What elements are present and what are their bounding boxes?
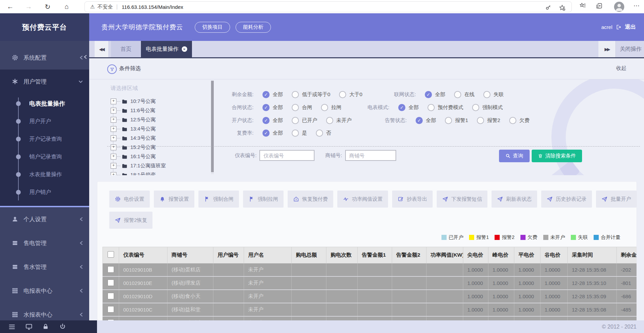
tab-close-icon[interactable]: ✕ bbox=[182, 46, 187, 52]
action-button[interactable]: 强制合闸 bbox=[198, 191, 239, 208]
action-button[interactable]: 报警2恢复 bbox=[109, 212, 152, 229]
radio-checked-icon[interactable]: ✓ bbox=[262, 130, 270, 137]
action-button[interactable]: 刷新表状态 bbox=[492, 191, 537, 208]
radio-option[interactable]: ✓全部 bbox=[262, 130, 283, 137]
radio-unchecked-icon[interactable] bbox=[428, 104, 435, 111]
sidebar-subitem[interactable]: 水表批量操作 bbox=[0, 166, 89, 183]
add-favorite-star-icon[interactable] bbox=[558, 3, 566, 12]
row-checkbox[interactable] bbox=[108, 293, 114, 299]
radio-unchecked-icon[interactable] bbox=[292, 104, 299, 111]
radio-unchecked-icon[interactable] bbox=[292, 117, 299, 124]
sidebar-item-5[interactable]: 电报表中心 bbox=[0, 279, 89, 303]
favorites-bar-icon[interactable] bbox=[579, 2, 587, 10]
sidebar-subitem[interactable]: 电表批量操作 bbox=[0, 95, 89, 112]
action-button[interactable]: 下发报警短信 bbox=[437, 191, 487, 208]
browser-refresh-icon[interactable]: ↻ bbox=[42, 0, 54, 13]
lock-icon[interactable] bbox=[42, 323, 50, 331]
collections-icon[interactable] bbox=[595, 2, 603, 10]
tabs-scroll-left-icon[interactable]: ◀◀ bbox=[95, 41, 108, 57]
radio-checked-icon[interactable]: ✓ bbox=[262, 104, 270, 111]
radio-checked-icon[interactable]: ✓ bbox=[425, 91, 432, 98]
radio-option[interactable]: 拉闸 bbox=[321, 104, 341, 111]
radio-unchecked-icon[interactable] bbox=[445, 117, 452, 124]
radio-unchecked-icon[interactable] bbox=[292, 130, 299, 137]
select-all-checkbox[interactable] bbox=[108, 251, 114, 258]
browser-forward-icon[interactable]: → bbox=[22, 0, 35, 13]
radio-unchecked-icon[interactable] bbox=[454, 91, 461, 98]
action-button[interactable]: 恢复预付费 bbox=[288, 191, 333, 208]
shop-no-input[interactable] bbox=[345, 150, 396, 161]
sidebar-item-0[interactable]: 系统配置 bbox=[0, 46, 89, 70]
tabs-scroll-right-icon[interactable]: ▶▶ bbox=[598, 41, 616, 57]
radio-option[interactable]: 低于或等于0 bbox=[292, 91, 330, 98]
meter-no-input[interactable] bbox=[259, 150, 315, 161]
action-button[interactable]: 功率阀值设置 bbox=[337, 191, 388, 208]
radio-option[interactable]: 是 bbox=[292, 130, 307, 137]
sidebar-subitem[interactable]: 用户销户 bbox=[0, 183, 89, 201]
action-button[interactable]: 抄表导出 bbox=[392, 191, 433, 208]
sidebar-item-3[interactable]: 售电管理 bbox=[0, 231, 89, 255]
action-button[interactable]: 强制拉闸 bbox=[243, 191, 284, 208]
row-checkbox[interactable] bbox=[108, 266, 114, 273]
radio-option[interactable]: 报警1 bbox=[445, 117, 468, 124]
radio-unchecked-icon[interactable] bbox=[509, 117, 516, 124]
radio-unchecked-icon[interactable] bbox=[321, 104, 328, 111]
row-checkbox[interactable] bbox=[108, 306, 114, 313]
tab-meter-batch[interactable]: 电表批量操作 ✕ bbox=[141, 41, 192, 57]
logout-button[interactable]: 退出 bbox=[625, 24, 636, 31]
sidebar-item-2[interactable]: 个人设置 bbox=[0, 207, 89, 231]
radio-checked-icon[interactable]: ✓ bbox=[262, 117, 270, 124]
sidebar-subitem[interactable]: 开户记录查询 bbox=[0, 130, 89, 148]
tree-node[interactable]: +18:1号箱变 bbox=[107, 170, 209, 175]
query-button[interactable]: 查询 bbox=[499, 150, 530, 162]
radio-unchecked-icon[interactable] bbox=[472, 104, 479, 111]
radio-option[interactable]: 强制模式 bbox=[472, 104, 503, 111]
radio-option[interactable]: 欠费 bbox=[509, 117, 530, 124]
radio-unchecked-icon[interactable] bbox=[477, 117, 484, 124]
radio-checked-icon[interactable]: ✓ bbox=[416, 117, 423, 124]
energy-analysis-button[interactable]: 能耗分析 bbox=[236, 22, 271, 33]
clear-search-button[interactable]: 清除搜索条件 bbox=[532, 150, 582, 162]
radio-option[interactable]: 合闸 bbox=[292, 104, 312, 111]
browser-back-icon[interactable]: ← bbox=[4, 0, 16, 13]
expand-plus-icon[interactable]: + bbox=[111, 172, 116, 175]
action-button[interactable]: 报警设置 bbox=[154, 191, 194, 208]
action-button[interactable]: 历史抄表记录 bbox=[541, 191, 592, 208]
password-key-icon[interactable] bbox=[544, 3, 552, 12]
browser-profile-avatar[interactable] bbox=[614, 2, 624, 12]
action-button[interactable]: 批量开户 bbox=[596, 191, 637, 208]
radio-unchecked-icon[interactable] bbox=[483, 91, 490, 98]
sidebar-item-4[interactable]: 售水管理 bbox=[0, 255, 89, 279]
radio-option[interactable]: ✓全部 bbox=[262, 104, 283, 111]
expand-plus-icon[interactable]: + bbox=[111, 163, 116, 169]
radio-option[interactable]: ✓全部 bbox=[262, 91, 283, 98]
radio-unchecked-icon[interactable] bbox=[326, 117, 333, 124]
collapse-filter-link[interactable]: 收起 bbox=[616, 65, 626, 72]
sidebar-collapse-icon[interactable] bbox=[84, 55, 87, 59]
tree-node[interactable]: +17:1公寓值班室 bbox=[107, 161, 209, 170]
address-bar[interactable]: ⚠ 不安全 | 116.63.163.154/Main/Index bbox=[84, 1, 572, 12]
sidebar-item-1[interactable]: 用户管理 bbox=[0, 70, 89, 93]
sidebar-subitem[interactable]: 销户记录查询 bbox=[0, 148, 89, 166]
radio-option[interactable]: 未开户 bbox=[326, 117, 352, 124]
radio-option[interactable]: ✓全部 bbox=[262, 117, 283, 124]
radio-checked-icon[interactable]: ✓ bbox=[262, 91, 270, 98]
logout-icon[interactable] bbox=[616, 24, 622, 30]
close-operations-button[interactable]: 关闭操作 bbox=[617, 41, 644, 57]
browser-home-icon[interactable]: ⌂ bbox=[61, 0, 73, 13]
radio-option[interactable]: 预付费模式 bbox=[428, 104, 463, 111]
radio-option[interactable]: 报警2 bbox=[477, 117, 500, 124]
radio-option[interactable]: 大于0 bbox=[339, 91, 362, 98]
radio-unchecked-icon[interactable] bbox=[316, 130, 323, 137]
browser-menu-dots-icon[interactable]: ⋯ bbox=[632, 2, 641, 10]
action-button[interactable]: 电价设置 bbox=[109, 191, 150, 208]
monitor-icon[interactable] bbox=[25, 323, 33, 331]
radio-unchecked-icon[interactable] bbox=[292, 91, 299, 98]
row-checkbox[interactable] bbox=[108, 279, 114, 286]
radio-option[interactable]: ✓全部 bbox=[398, 104, 419, 111]
radio-option[interactable]: ✓全部 bbox=[416, 117, 436, 124]
radio-option[interactable]: 否 bbox=[316, 130, 331, 137]
tab-home[interactable]: 首页 bbox=[111, 41, 141, 57]
radio-unchecked-icon[interactable] bbox=[339, 91, 346, 98]
hamburger-menu-icon[interactable] bbox=[8, 323, 16, 331]
